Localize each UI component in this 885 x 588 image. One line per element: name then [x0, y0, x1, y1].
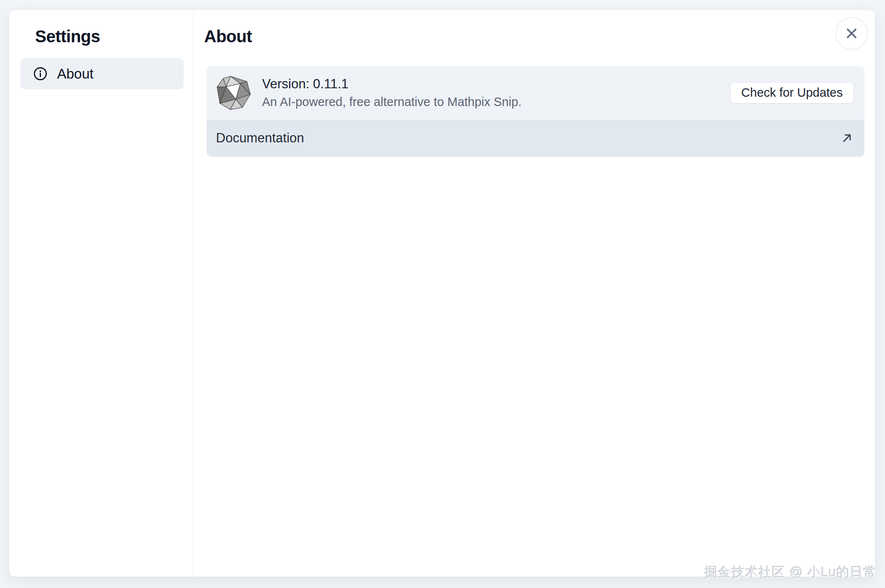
- app-tagline: An AI-powered, free alternative to Mathp…: [262, 95, 522, 109]
- page-title: About: [204, 26, 876, 46]
- version-text: Version: 0.11.1: [262, 77, 522, 91]
- version-text-block: Version: 0.11.1 An AI-powered, free alte…: [262, 77, 522, 109]
- sidebar-item-about[interactable]: About: [21, 58, 183, 89]
- app-logo-icon: [216, 76, 251, 110]
- about-panel: About: [194, 10, 876, 577]
- settings-window: Settings About About: [0, 0, 885, 588]
- documentation-link-row[interactable]: Documentation: [207, 120, 864, 157]
- check-for-updates-button[interactable]: Check for Updates: [730, 82, 854, 103]
- close-icon: [844, 25, 860, 41]
- close-button[interactable]: [835, 17, 868, 50]
- settings-sidebar: Settings About: [9, 10, 194, 577]
- about-card: Version: 0.11.1 An AI-powered, free alte…: [207, 66, 864, 157]
- info-icon: [33, 66, 48, 81]
- external-link-icon: [841, 132, 853, 144]
- sidebar-item-label: About: [57, 66, 93, 82]
- sidebar-title: Settings: [35, 26, 193, 46]
- settings-dialog: Settings About About: [9, 10, 875, 577]
- documentation-label: Documentation: [216, 131, 304, 146]
- version-row: Version: 0.11.1 An AI-powered, free alte…: [207, 66, 864, 120]
